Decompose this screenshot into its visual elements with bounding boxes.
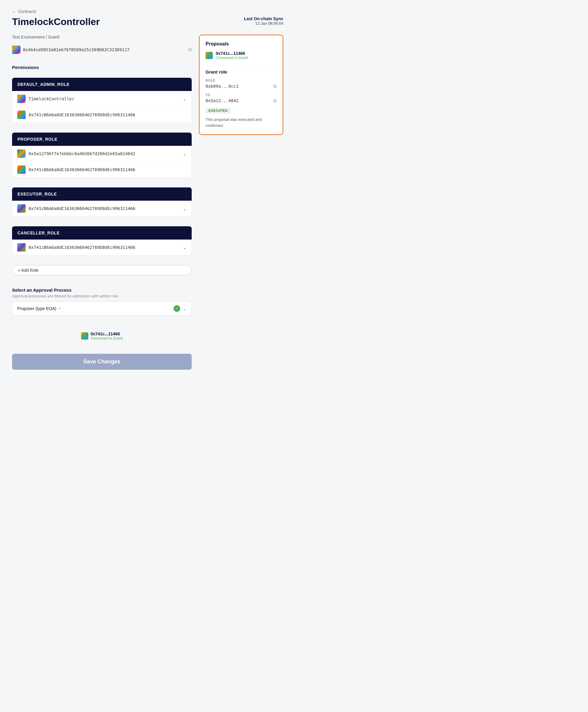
approval-clear-icon[interactable]: × <box>59 306 61 311</box>
wallet-icon <box>81 332 88 340</box>
sync-info: Last On-chain Sync 12 Jan 08:06:04 <box>244 16 283 26</box>
wallet-info: 0x741c...11466 Connected to Goerli <box>91 331 123 341</box>
wallet-address: 0x741c...11466 <box>91 331 123 336</box>
role-header-executor: EXECUTOR_ROLE <box>12 188 192 201</box>
role-address-executor-1: 0x741cB6A6a8dC16363666462769D8dEc9963114… <box>12 201 191 216</box>
proposer-address-1: 0x5a12796f7e7ebbbc8a402667d266d2e65a8140… <box>29 151 135 156</box>
proposals-panel: Proposals 0x741c...11466 Connected to Go… <box>199 35 283 135</box>
proposal-wallet-icon <box>206 52 213 59</box>
add-role-label: + Add Role <box>18 268 39 273</box>
to-field-row: 0x5a12...4042 ⧉ <box>206 98 277 103</box>
role-address-canceller-1: 0x741cB6A6a8dC16363666462769D8dEc9963114… <box>12 240 191 255</box>
proposals-title: Proposals <box>206 41 277 47</box>
sync-time: 12 Jan 08:06:04 <box>244 21 283 26</box>
chevron-down-icon-3[interactable]: ⌄ <box>183 206 187 212</box>
role-field-row: 0xb09a...9cc1 ⧉ <box>206 84 277 89</box>
approval-title: Select an Approval Process <box>12 287 192 293</box>
canceller-address: 0x741cB6A6a8dC16363666462769D8dEc9963114… <box>29 245 135 250</box>
proposer-icon-2 <box>17 166 26 174</box>
main-content: Test Environment / Goerli 0x4A4ceD853a01… <box>12 35 283 370</box>
approval-select-value: Proposer (type EOA) × <box>17 306 61 311</box>
check-icon: ✓ <box>174 305 180 312</box>
left-panel: Test Environment / Goerli 0x4A4ceD853a01… <box>12 35 192 370</box>
chevron-down-icon-4[interactable]: ⌄ <box>183 245 187 251</box>
page-title: TimelockController <box>12 16 100 27</box>
right-panel: Proposals 0x741c...11466 Connected to Go… <box>199 35 283 135</box>
page-header: TimelockController Last On-chain Sync 12… <box>12 16 283 27</box>
approval-section: Select an Approval Process Approval proc… <box>12 287 192 316</box>
wallet-row: 0x741c...11466 Connected to Goerli <box>12 331 192 342</box>
executed-description: This proposal was executed and confirmed… <box>206 116 277 128</box>
timelock-name: TimelockController <box>29 96 75 101</box>
to-field-label: TO <box>206 93 277 97</box>
proposer-address-2: 0x741cB6A6a8dC16363666462769D8dEc9963114… <box>29 167 135 172</box>
copy-to-icon[interactable]: ⧉ <box>273 98 277 103</box>
role-body-default-admin: TimelockController ⌄ 0x741cB6A6a8dC16363… <box>12 91 192 123</box>
copy-address-icon[interactable]: ⧉ <box>188 47 192 52</box>
role-address-proposer-2: 0x741cB6A6a8dC16363666462769D8dEc9963114… <box>12 162 191 177</box>
executor-address: 0x741cB6A6a8dC16363666462769D8dEc9963114… <box>29 206 135 211</box>
back-link-label: Contracts <box>18 9 36 14</box>
proposal-wallet-info: 0x741c...11466 Connected to Goerli <box>216 51 248 60</box>
role-body-proposer: 0x5a12796f7e7ebbbc8a402667d266d2e65a8140… <box>12 146 192 178</box>
approval-select-controls: ✓ ⌄ <box>174 305 187 312</box>
sync-label: Last On-chain Sync <box>244 16 283 21</box>
chevron-down-icon-2[interactable]: ⌄ <box>183 151 187 157</box>
permissions-label: Permissions <box>12 65 192 70</box>
proposal-wallet-address: 0x741c...11466 <box>216 51 248 56</box>
canceller-icon <box>17 243 26 252</box>
save-changes-button[interactable]: Save Changes <box>12 354 192 370</box>
copy-role-icon[interactable]: ⧉ <box>273 84 277 89</box>
role-block-proposer: PROPOSER_ROLE 0x5a12796f7e7ebbbc8a402667… <box>12 133 192 178</box>
to-field-value: 0x5a12...4042 <box>206 98 239 103</box>
role-block-default-admin: DEFAULT_ADMIN_ROLE TimelockController ⌄ … <box>12 78 192 123</box>
role-block-canceller: CANCELLER_ROLE 0x741cB6A6a8dC16363666462… <box>12 226 192 256</box>
approval-subtitle: Approval processes are filtered by addre… <box>12 294 192 298</box>
role-field-label: ROLE <box>206 79 277 82</box>
executed-badge: EXECUTED <box>206 108 231 114</box>
grant-role-title: Grant role <box>206 69 277 74</box>
chevron-down-icon[interactable]: ⌄ <box>183 96 187 102</box>
role-body-canceller: 0x741cB6A6a8dC16363666462769D8dEc9963114… <box>12 240 192 256</box>
proposal-wallet-network: Connected to Goerli <box>216 56 248 60</box>
admin-address-icon <box>17 111 26 119</box>
env-label: Test Environment / Goerli <box>12 35 192 40</box>
role-header-canceller: CANCELLER_ROLE <box>12 226 192 240</box>
role-address-timelock: TimelockController ⌄ <box>12 91 191 107</box>
divider <box>206 65 277 66</box>
role-header-default-admin: DEFAULT_ADMIN_ROLE <box>12 78 192 91</box>
back-arrow-icon: ← <box>12 9 16 14</box>
approval-chevron-icon[interactable]: ⌄ <box>183 306 187 311</box>
contract-address: 0x4A4ceD853a01eb76fB509a25c569D62C323D91… <box>23 47 130 52</box>
approval-selected-text: Proposer (type EOA) <box>17 306 56 311</box>
approval-select[interactable]: Proposer (type EOA) × ✓ ⌄ <box>12 301 192 316</box>
role-header-proposer: PROPOSER_ROLE <box>12 133 192 146</box>
admin-address: 0x741cB6A6a8dC16363666462769D8dEc9963114… <box>29 112 135 117</box>
contract-icon <box>12 45 21 54</box>
wallet-network: Connected to Goerli <box>91 336 123 341</box>
proposer-icon-1 <box>17 149 26 158</box>
executor-icon <box>17 204 26 213</box>
add-role-button[interactable]: + Add Role <box>12 265 192 275</box>
contract-address-row: 0x4A4ceD853a01eb76fB509a25c569D62C323D91… <box>12 45 192 54</box>
proposal-wallet-row: 0x741c...11466 Connected to Goerli <box>206 51 277 60</box>
back-link[interactable]: ← Contracts <box>12 9 283 14</box>
role-address-admin-1: 0x741cB6A6a8dC16363666462769D8dEc9963114… <box>12 107 191 123</box>
role-body-executor: 0x741cB6A6a8dC16363666462769D8dEc9963114… <box>12 201 192 217</box>
role-block-executor: EXECUTOR_ROLE 0x741cB6A6a8dC163636664627… <box>12 188 192 217</box>
wallet-icon-container: 0x741c...11466 Connected to Goerli <box>81 331 123 341</box>
timelock-icon <box>17 94 26 103</box>
role-address-proposer-1: 0x5a12796f7e7ebbbc8a402667d266d2e65a8140… <box>12 146 191 162</box>
role-field-value: 0xb09a...9cc1 <box>206 84 239 89</box>
